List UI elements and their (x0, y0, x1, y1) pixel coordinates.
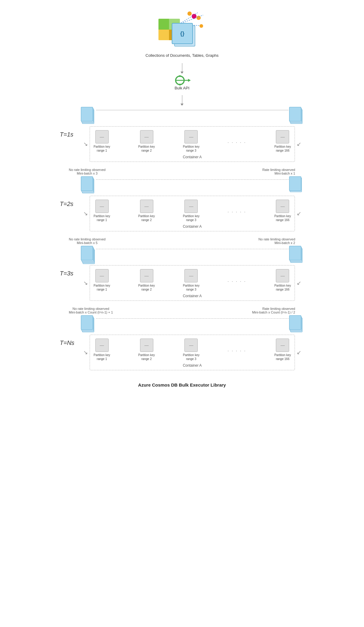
tier-4-row: T=Ns ↘ (60, 315, 304, 370)
dots-2: . . . . . (228, 204, 246, 217)
partition-1-4: Partition keyrange 166 (274, 130, 291, 153)
partition-2-3: Partition keyrange 3 (183, 200, 200, 222)
tier-4-connector (80, 315, 304, 333)
partition-icon-2-2 (140, 200, 153, 213)
partition-label-2-2: Partition keyrange 2 (138, 214, 155, 222)
partition-4-1: Partition keyrange 1 (94, 339, 110, 361)
icon-cluster: {} (152, 9, 212, 51)
partition-3-2: Partition keyrange 2 (138, 269, 155, 291)
tier-2-left-batch: Mini-batch x 3 (77, 172, 97, 175)
tier-3-left-batch: Mini-batch x 5 (77, 241, 97, 245)
partition-label-3-3: Partition keyrange 3 (183, 284, 200, 291)
partition-box-4: Partition keyrange 1 Partition keyrange … (90, 335, 295, 370)
right-arrow-1: ↙ (297, 141, 301, 147)
tier-2-main: ↘ Partition keyrange 1 Partition keyrang… (80, 176, 304, 231)
partition-icon-2-1 (95, 200, 109, 213)
container-label-1: Container A (183, 155, 202, 159)
tier-1-time: T=1s (60, 131, 78, 138)
bulk-api-section: Bulk API (171, 75, 193, 92)
partition-grid-1: Partition keyrange 1 Partition keyrange … (94, 130, 291, 153)
partition-label-3-2: Partition keyrange 2 (138, 284, 155, 291)
svg-point-6 (179, 75, 181, 77)
partition-icon-1-3 (184, 130, 198, 143)
tier-4-labels: No rate limiting observed Mini-batch x C… (60, 307, 304, 314)
partition-icon-4-4 (276, 339, 289, 352)
container-label-2: Container A (183, 224, 202, 229)
tier-3-connector (80, 246, 304, 264)
partition-label-4-4: Partition keyrange 166 (274, 353, 291, 361)
tier-1-row: T=1s (60, 107, 304, 162)
partition-label-2-1: Partition keyrange 1 (94, 214, 110, 222)
tier-3: No rate limiting observed Mini-batch x 5… (60, 237, 304, 301)
tier-2-row: T=2s ↘ (60, 176, 304, 231)
partition-1-1: Partition keyrange 1 (94, 130, 110, 153)
right-minibatch-2 (289, 176, 304, 195)
tier-4: No rate limiting observed Mini-batch x C… (60, 307, 304, 370)
top-caption: Collections of Documents, Tables, Graphs (145, 53, 219, 58)
left-minibatch-2 (80, 176, 96, 195)
partition-label-2-3: Partition keyrange 3 (183, 214, 200, 222)
partition-label-4-3: Partition keyrange 3 (183, 353, 200, 361)
tier-4-main: ↘ Partition keyrange 1 Partition keyrang… (80, 315, 304, 370)
right-arrow-2: ↙ (297, 210, 301, 217)
right-arrow-3: ↙ (297, 280, 301, 286)
tier-1-partitions: ↘ Partition keyrange 1 Partition keyrang… (80, 126, 304, 162)
partition-label-1-3: Partition keyrange 3 (183, 145, 200, 153)
partition-3-4: Partition keyrange 166 (274, 269, 291, 291)
partition-dots-4: . . . . . (228, 343, 246, 356)
tier-1-connector (80, 107, 304, 125)
partition-dots-3: . . . . . (228, 274, 246, 287)
left-minibatch-3 (80, 246, 96, 264)
bulk-api-icon (171, 75, 193, 86)
partition-label-1-4: Partition keyrange 166 (274, 145, 291, 153)
svg-marker-5 (188, 79, 191, 82)
tier-2-label-left: No rate limiting observed Mini-batch x 3 (69, 168, 106, 175)
partition-icon-4-1 (95, 339, 109, 352)
tier-3-right-status: No rate limiting observed (258, 237, 295, 241)
tier-2-labels: No rate limiting observed Mini-batch x 3… (60, 168, 304, 175)
partition-icon-3-1 (95, 269, 109, 282)
tier-2-left-status: No rate limiting observed (69, 168, 106, 172)
tier-4-partitions: ↘ Partition keyrange 1 Partition keyrang… (80, 335, 304, 370)
tier-4-left-batch: Mini-batch x Count (t=n-1) + 1 (69, 310, 113, 314)
partition-icon-1-2 (140, 130, 153, 143)
bulk-api-label: Bulk API (174, 86, 189, 90)
container-label-4: Container A (183, 363, 202, 368)
partition-dots-1: . . . . . (228, 135, 246, 148)
tier-2-right-batch: Mini-batch x 1 (275, 172, 295, 175)
tier-3-partitions: ↘ Partition keyrange 1 Partition keyrang… (80, 265, 304, 301)
partition-icon-3-3 (184, 269, 198, 282)
left-minibatch-4 (80, 315, 96, 333)
tier-2-right-status: Rate limiting observed (262, 168, 295, 172)
tier-2-connector (80, 176, 304, 195)
tier-1-main: ↘ Partition keyrange 1 Partition keyrang… (80, 107, 304, 162)
partition-icon-1-1 (95, 130, 109, 143)
tier-2-time: T=2s (60, 201, 78, 207)
tier-3-main: ↘ Partition keyrange 1 Partition keyrang… (80, 246, 304, 301)
partition-icon-3-4 (276, 269, 289, 282)
dots-1: . . . . . (228, 135, 246, 148)
right-minibatch-1 (289, 107, 304, 125)
top-section: {} Collections of Documents, Tables, Gra… (145, 9, 219, 59)
partition-2-4: Partition keyrange 166 (274, 200, 291, 222)
partition-grid-2: Partition keyrange 1 Partition keyrange … (94, 200, 291, 222)
tier-4-right-status: Rate limiting observed (262, 307, 295, 310)
partition-2-1: Partition keyrange 1 (94, 200, 110, 222)
partition-grid-4: Partition keyrange 1 Partition keyrange … (94, 339, 291, 361)
partition-label-4-2: Partition keyrange 2 (138, 353, 155, 361)
partition-icon-4-2 (140, 339, 153, 352)
container-label-3: Container A (183, 294, 202, 298)
partition-box-3: Partition keyrange 1 Partition keyrange … (90, 265, 295, 301)
left-arrow-4: ↘ (83, 349, 88, 356)
partition-icon-2-3 (184, 200, 198, 213)
dots-3: . . . . . (228, 274, 246, 287)
tier-3-label-left: No rate limiting observed Mini-batch x 5 (69, 237, 106, 245)
partition-box-1: Partition keyrange 1 Partition keyrange … (90, 126, 295, 162)
tier-3-label-right: No rate limiting observed Mini-batch x 2 (258, 237, 295, 245)
partition-4-2: Partition keyrange 2 (138, 339, 155, 361)
left-arrow-2: ↘ (83, 210, 88, 217)
partition-grid-3: Partition keyrange 1 Partition keyrange … (94, 269, 291, 291)
tier-3-right-batch: Mini-batch x 2 (275, 241, 295, 245)
partition-icon-1-4 (276, 130, 289, 143)
partition-icon-3-2 (140, 269, 153, 282)
